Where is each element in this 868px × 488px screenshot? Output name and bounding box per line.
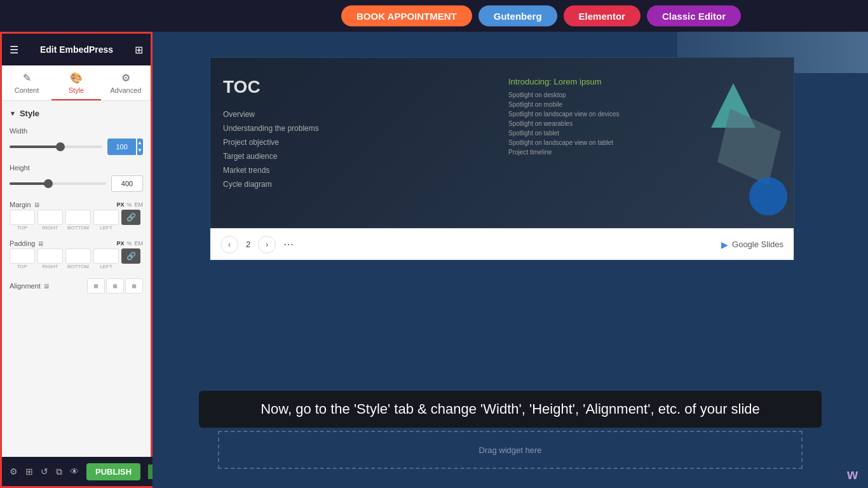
- width-group: Width ▲ ▼: [10, 127, 143, 155]
- sidebar-header: ☰ Edit EmbedPress ⊞: [2, 34, 151, 65]
- slides-content: TOC Overview Understanding the problems …: [210, 58, 794, 228]
- slides-brand-label: Google Slides: [732, 240, 783, 249]
- slides-prev-button[interactable]: ‹: [220, 236, 238, 254]
- margin-top-label: TOP: [10, 225, 35, 231]
- height-slider-fill: [10, 182, 48, 185]
- slides-brand: ▶ Google Slides: [721, 240, 783, 250]
- padding-link-button[interactable]: 🔗: [121, 248, 140, 264]
- hamburger-icon[interactable]: ☰: [10, 44, 18, 56]
- padding-left-input[interactable]: [93, 248, 119, 264]
- margin-unit-px[interactable]: PX: [116, 201, 124, 208]
- chevron-down-icon: ▼: [10, 110, 16, 117]
- height-slider-track: [10, 182, 106, 185]
- margin-inputs-row: 🔗: [10, 210, 143, 225]
- sidebar: ☰ Edit EmbedPress ⊞ ✎ Content 🎨 Style ⚙ …: [0, 32, 153, 488]
- padding-unit-em[interactable]: EM: [135, 240, 144, 247]
- margin-link-button[interactable]: 🔗: [121, 210, 140, 225]
- sidebar-content: ▼ Style Width ▲: [2, 101, 151, 460]
- margin-top-input[interactable]: [10, 210, 35, 225]
- align-center-button[interactable]: ≡: [106, 278, 124, 294]
- slide-right-item-1: Spotlight on mobile: [508, 101, 787, 108]
- grid-small-icon[interactable]: ⊞: [25, 466, 33, 477]
- padding-units: PX % EM: [116, 240, 143, 247]
- padding-sub-labels: TOP RIGHT BOTTOM LEFT: [10, 264, 143, 269]
- drag-widget-text: Drag widget here: [479, 445, 542, 455]
- slides-page-number: 2: [246, 240, 250, 249]
- padding-right-label: RIGHT: [37, 264, 63, 269]
- height-slider-row: [10, 175, 143, 192]
- padding-label-row: Padding 🖥: [10, 240, 44, 247]
- alignment-monitor-icon: 🖥: [43, 283, 50, 290]
- sidebar-tabs: ✎ Content 🎨 Style ⚙ Advanced: [2, 65, 151, 101]
- style-section-title: Style: [20, 109, 39, 118]
- align-left-button[interactable]: ≡: [87, 278, 105, 294]
- width-increment-btn[interactable]: ▲: [137, 139, 142, 147]
- padding-unit-pct[interactable]: %: [126, 240, 132, 247]
- tab-elementor[interactable]: Elementor: [564, 6, 641, 27]
- padding-group: Padding 🖥 PX % EM 🔗: [10, 240, 143, 269]
- shape-circle: [749, 177, 787, 215]
- slide-item-1: Understanding the problems: [223, 124, 489, 133]
- margin-monitor-icon: 🖥: [34, 201, 40, 208]
- watermark: w: [847, 466, 858, 483]
- alignment-buttons: ≡ ≡ ≡: [87, 278, 143, 294]
- tab-content[interactable]: ✎ Content: [2, 65, 51, 100]
- margin-header-row: Margin 🖥 PX % EM: [10, 201, 143, 208]
- height-label: Height: [10, 164, 143, 172]
- slide-right-item-0: Spotlight on desktop: [508, 92, 787, 98]
- tab-gutenberg[interactable]: Gutenberg: [478, 6, 557, 27]
- slides-footer: ‹ 2 › ⋯ ▶ Google Slides: [210, 228, 794, 260]
- margin-unit-em[interactable]: EM: [135, 201, 144, 208]
- slide-item-4: Market trends: [223, 166, 489, 175]
- width-label: Width: [10, 127, 143, 135]
- margin-unit-pct[interactable]: %: [126, 201, 132, 208]
- height-slider-container: [10, 182, 106, 185]
- alignment-group: Alignment 🖥 ≡ ≡ ≡: [10, 278, 143, 294]
- height-value-input[interactable]: [111, 175, 143, 192]
- padding-inputs-row: 🔗: [10, 248, 143, 264]
- padding-unit-px[interactable]: PX: [116, 240, 124, 247]
- eye-icon[interactable]: 👁: [70, 466, 79, 477]
- padding-right-input[interactable]: [37, 248, 63, 264]
- width-decrement-btn[interactable]: ▼: [137, 147, 142, 154]
- tab-style-label: Style: [69, 86, 84, 94]
- slide-item-0: Overview: [223, 110, 489, 119]
- text-banner: Now, go to the 'Style' tab & change 'Wid…: [199, 391, 822, 428]
- grid-icon[interactable]: ⊞: [135, 44, 143, 56]
- margin-label: Margin: [10, 201, 31, 208]
- slides-next-button[interactable]: ›: [258, 236, 276, 254]
- slide-left-panel: TOC Overview Understanding the problems …: [210, 58, 502, 228]
- publish-button[interactable]: PUBLISH: [86, 463, 140, 480]
- tab-book-appointment[interactable]: BOOK APPOINTMENT: [341, 6, 472, 27]
- padding-top-input[interactable]: [10, 248, 35, 264]
- padding-bottom-input[interactable]: [65, 248, 91, 264]
- alignment-label-row: Alignment 🖥: [10, 282, 50, 290]
- width-value-box: ▲ ▼: [107, 139, 143, 155]
- tab-advanced[interactable]: ⚙ Advanced: [101, 65, 151, 100]
- width-value-input[interactable]: [107, 139, 136, 155]
- alignment-label: Alignment: [10, 282, 41, 290]
- tab-classic-editor[interactable]: Classic Editor: [647, 6, 741, 27]
- width-slider-thumb[interactable]: [56, 142, 65, 151]
- slide-item-5: Cycle diagram: [223, 180, 489, 189]
- margin-left-input[interactable]: [93, 210, 119, 225]
- slide-title: TOC: [223, 77, 489, 97]
- margin-units: PX % EM: [116, 201, 143, 208]
- content-icon: ✎: [23, 72, 31, 84]
- settings-icon[interactable]: ⚙: [10, 466, 18, 477]
- embed-container: TOC Overview Understanding the problems …: [210, 57, 794, 261]
- padding-top-label: TOP: [10, 264, 35, 269]
- tab-content-label: Content: [15, 86, 39, 94]
- slide-item-2: Project objective: [223, 138, 489, 147]
- margin-bottom-input[interactable]: [65, 210, 91, 225]
- padding-left-label: LEFT: [93, 264, 119, 269]
- tab-style[interactable]: 🎨 Style: [51, 65, 101, 100]
- align-right-button[interactable]: ≡: [125, 278, 143, 294]
- padding-bottom-label: BOTTOM: [65, 264, 91, 269]
- undo-icon[interactable]: ↺: [41, 466, 48, 477]
- slides-more-button[interactable]: ⋯: [283, 238, 294, 250]
- height-slider-thumb[interactable]: [44, 179, 53, 188]
- slide-right-panel: Introducing: Lorem ipsum Spotlight on de…: [502, 58, 794, 228]
- copy-icon[interactable]: ⧉: [56, 466, 62, 477]
- margin-right-input[interactable]: [37, 210, 63, 225]
